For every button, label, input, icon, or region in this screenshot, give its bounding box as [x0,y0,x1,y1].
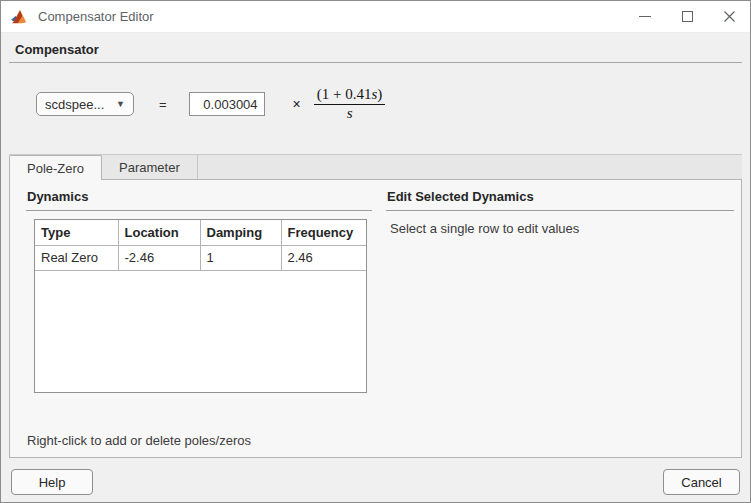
compensator-formula: scdspee... ▼ = × (1 + 0.41s) s [36,83,385,125]
edit-dynamics-divider [386,210,734,211]
table-header-row: Type Location Damping Frequency [35,220,367,245]
minimize-icon [639,16,651,17]
compensator-select[interactable]: scdspee... ▼ [36,92,134,116]
matlab-logo-icon [11,9,29,25]
edit-dynamics-message: Select a single row to edit values [390,221,579,236]
chevron-down-icon: ▼ [116,99,125,109]
column-header-frequency[interactable]: Frequency [281,220,367,245]
tabstrip: Pole-Zero Parameter [9,154,742,180]
edit-dynamics-section-label: Edit Selected Dynamics [387,189,534,204]
equals-sign: = [159,97,167,112]
maximize-button[interactable] [666,1,708,32]
tab-pole-zero[interactable]: Pole-Zero [9,155,102,180]
dynamics-section-label: Dynamics [27,189,88,204]
compensator-select-value: scdspee... [45,97,104,112]
dynamics-divider [26,210,372,211]
column-header-location[interactable]: Location [118,220,200,245]
column-header-damping[interactable]: Damping [200,220,281,245]
minimize-button[interactable] [624,1,666,32]
cancel-button[interactable]: Cancel [663,469,740,495]
pole-zero-panel: Dynamics Edit Selected Dynamics Select a… [9,180,742,458]
help-button[interactable]: Help [11,469,93,495]
close-icon [723,10,736,23]
column-header-type[interactable]: Type [35,220,118,245]
cell-damping[interactable]: 1 [200,245,281,270]
fraction-numerator: (1 + 0.41s) [314,86,386,105]
titlebar: Compensator Editor [1,1,750,33]
compensator-editor-window: Compensator Editor Compensator scdspee..… [0,0,751,503]
section-divider [9,62,742,63]
window-controls [624,1,750,32]
cell-type[interactable]: Real Zero [35,245,118,270]
cell-frequency[interactable]: 2.46 [281,245,367,270]
maximize-icon [682,11,693,22]
close-button[interactable] [708,1,750,32]
multiply-sign: × [293,96,301,112]
fraction-denominator: s [314,105,386,122]
window-title: Compensator Editor [38,9,154,24]
compensator-section-label: Compensator [15,42,99,57]
poles-zeros-hint: Right-click to add or delete poles/zeros [27,433,251,448]
gain-input[interactable] [189,92,265,116]
cell-location[interactable]: -2.46 [118,245,200,270]
transfer-function-fraction: (1 + 0.41s) s [314,86,386,123]
tab-parameter[interactable]: Parameter [102,155,198,179]
table-row[interactable]: Real Zero -2.46 1 2.46 [35,245,367,270]
dynamics-table: Type Location Damping Frequency Real Zer… [34,219,367,393]
